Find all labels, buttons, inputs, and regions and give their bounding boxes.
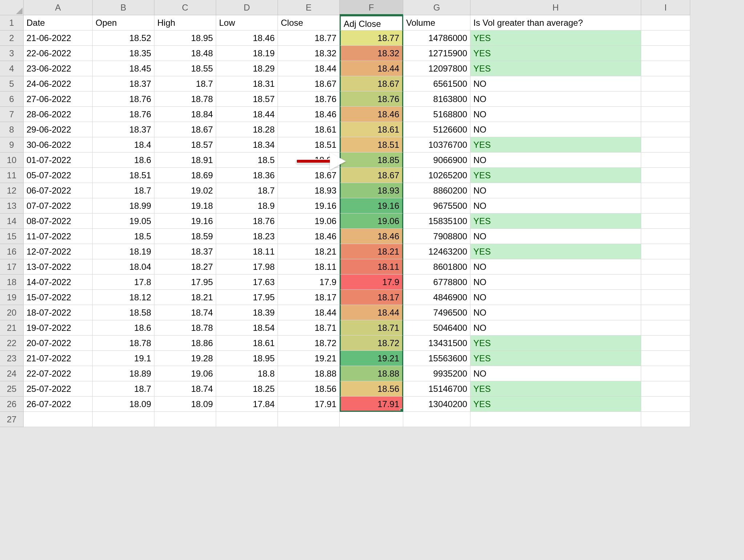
header-cell[interactable]	[641, 15, 690, 31]
cell-close[interactable]: 18.88	[278, 366, 340, 381]
cell-date[interactable]: 20-07-2022	[24, 336, 93, 351]
cell-high[interactable]: 18.86	[154, 336, 216, 351]
cell-empty[interactable]	[641, 168, 690, 183]
cell-low[interactable]: 17.84	[216, 397, 278, 412]
column-header-D[interactable]: D	[216, 0, 278, 15]
cell-open[interactable]: 18.4	[93, 137, 154, 153]
cell-date[interactable]: 12-07-2022	[24, 244, 93, 259]
cell-date[interactable]: 21-06-2022	[24, 31, 93, 46]
cell-open[interactable]: 18.5	[93, 229, 154, 244]
cell-volume[interactable]: 12463200	[403, 244, 470, 259]
cell-adj-close[interactable]: 18.93	[340, 183, 403, 198]
cell-volume[interactable]: 14786000	[403, 31, 470, 46]
cell-adj-close[interactable]: 18.44	[340, 305, 403, 320]
cell-date[interactable]: 01-07-2022	[24, 153, 93, 168]
row-header[interactable]: 23	[0, 351, 24, 366]
cell-close[interactable]: 18.76	[278, 92, 340, 107]
cell-low[interactable]: 18.11	[216, 244, 278, 259]
cell-adj-close[interactable]: 18.85	[340, 153, 403, 168]
cell-close[interactable]: 18.46	[278, 107, 340, 122]
cell-flag[interactable]: NO	[470, 76, 641, 92]
cell-high[interactable]: 18.84	[154, 107, 216, 122]
cell-empty[interactable]	[470, 412, 641, 427]
cell-volume[interactable]: 8163800	[403, 92, 470, 107]
cell-date[interactable]: 21-07-2022	[24, 351, 93, 366]
row-header[interactable]: 11	[0, 168, 24, 183]
cell-date[interactable]: 26-07-2022	[24, 397, 93, 412]
cell-open[interactable]: 18.89	[93, 366, 154, 381]
cell-empty[interactable]	[641, 107, 690, 122]
select-all-corner[interactable]	[0, 0, 24, 15]
cell-empty[interactable]	[641, 61, 690, 76]
column-header-A[interactable]: A	[24, 0, 93, 15]
cell-empty[interactable]	[641, 229, 690, 244]
cell-empty[interactable]	[641, 31, 690, 46]
row-header[interactable]: 12	[0, 183, 24, 198]
cell-high[interactable]: 18.37	[154, 244, 216, 259]
cell-empty[interactable]	[641, 214, 690, 229]
cell-low[interactable]: 18.57	[216, 92, 278, 107]
cell-flag[interactable]: NO	[470, 198, 641, 214]
cell-open[interactable]: 18.6	[93, 153, 154, 168]
cell-close[interactable]: 18.93	[278, 183, 340, 198]
cell-volume[interactable]: 4846900	[403, 290, 470, 305]
cell-close[interactable]: 18.32	[278, 46, 340, 61]
cell-date[interactable]: 30-06-2022	[24, 137, 93, 153]
cell-volume[interactable]: 15835100	[403, 214, 470, 229]
column-header-F[interactable]: F	[340, 0, 403, 15]
cell-low[interactable]: 18.29	[216, 61, 278, 76]
cell-empty[interactable]	[403, 412, 470, 427]
header-cell[interactable]: Is Vol greater than average?	[470, 15, 641, 31]
row-header[interactable]: 7	[0, 107, 24, 122]
cell-volume[interactable]: 15563600	[403, 351, 470, 366]
cell-low[interactable]: 18.95	[216, 351, 278, 366]
cell-low[interactable]: 18.76	[216, 214, 278, 229]
cell-flag[interactable]: YES	[470, 214, 641, 229]
cell-date[interactable]: 18-07-2022	[24, 305, 93, 320]
cell-open[interactable]: 18.6	[93, 320, 154, 336]
cell-volume[interactable]: 9066900	[403, 153, 470, 168]
cell-close[interactable]: 18.61	[278, 122, 340, 137]
cell-close[interactable]: 17.9	[278, 275, 340, 290]
cell-date[interactable]: 14-07-2022	[24, 275, 93, 290]
row-header[interactable]: 6	[0, 92, 24, 107]
cell-close[interactable]: 18.17	[278, 290, 340, 305]
cell-adj-close[interactable]: 18.11	[340, 259, 403, 275]
column-header-I[interactable]: I	[641, 0, 690, 15]
row-header[interactable]: 8	[0, 122, 24, 137]
cell-close[interactable]: 18.21	[278, 244, 340, 259]
cell-open[interactable]: 18.7	[93, 183, 154, 198]
cell-adj-close[interactable]: 19.16	[340, 198, 403, 214]
cell-flag[interactable]: YES	[470, 351, 641, 366]
cell-adj-close[interactable]: 18.72	[340, 336, 403, 351]
cell-high[interactable]: 18.27	[154, 259, 216, 275]
cell-high[interactable]: 19.18	[154, 198, 216, 214]
cell-flag[interactable]: NO	[470, 183, 641, 198]
cell-open[interactable]: 18.52	[93, 31, 154, 46]
header-cell[interactable]: Open	[93, 15, 154, 31]
cell-low[interactable]: 18.54	[216, 320, 278, 336]
cell-low[interactable]: 18.19	[216, 46, 278, 61]
cell-adj-close[interactable]: 17.91	[340, 397, 403, 412]
cell-empty[interactable]	[641, 351, 690, 366]
cell-close[interactable]: 18.44	[278, 61, 340, 76]
cell-empty[interactable]	[641, 183, 690, 198]
cell-high[interactable]: 19.06	[154, 366, 216, 381]
cell-empty[interactable]	[641, 259, 690, 275]
cell-high[interactable]: 19.02	[154, 183, 216, 198]
cell-close[interactable]: 18.11	[278, 259, 340, 275]
cell-empty[interactable]	[641, 153, 690, 168]
cell-flag[interactable]: NO	[470, 153, 641, 168]
row-header[interactable]: 3	[0, 46, 24, 61]
cell-close[interactable]: 18.85	[278, 153, 340, 168]
cell-low[interactable]: 18.25	[216, 381, 278, 397]
cell-close[interactable]: 18.67	[278, 168, 340, 183]
cell-adj-close[interactable]: 18.61	[340, 122, 403, 137]
cell-date[interactable]: 11-07-2022	[24, 229, 93, 244]
cell-empty[interactable]	[641, 397, 690, 412]
cell-empty[interactable]	[154, 412, 216, 427]
cell-open[interactable]: 18.37	[93, 122, 154, 137]
cell-adj-close[interactable]: 19.06	[340, 214, 403, 229]
cell-low[interactable]: 18.7	[216, 183, 278, 198]
cell-low[interactable]: 17.63	[216, 275, 278, 290]
